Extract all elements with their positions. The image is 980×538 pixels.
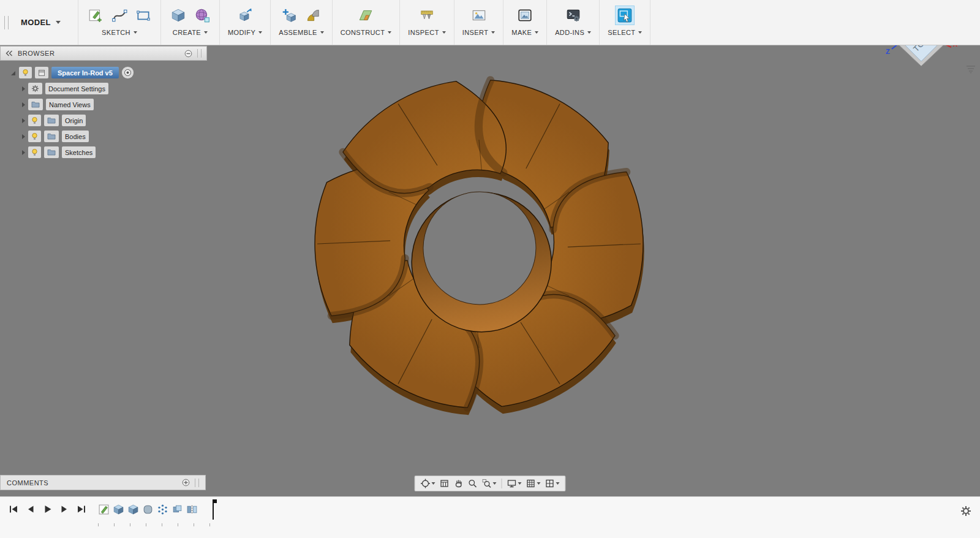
- chevron-down-icon: [493, 482, 497, 485]
- toolbar-group-label[interactable]: CREATE: [173, 29, 208, 36]
- joint-icon[interactable]: [304, 6, 322, 25]
- new-component-icon[interactable]: [280, 6, 298, 25]
- insert-image-icon[interactable]: [470, 6, 488, 25]
- folder-icon: [47, 149, 56, 156]
- measure-icon[interactable]: [418, 6, 436, 25]
- tree-row-root[interactable]: Spacer In-Rod v5: [0, 66, 207, 80]
- select-icon[interactable]: [616, 6, 634, 25]
- toolbar-group-label[interactable]: SKETCH: [102, 29, 137, 36]
- tree-item-label[interactable]: Origin: [62, 115, 86, 126]
- expand-closed-icon[interactable]: [22, 86, 25, 91]
- visibility-chip[interactable]: [28, 115, 41, 126]
- tree-row-document-settings[interactable]: Document Settings: [0, 81, 207, 96]
- model-body-spacer[interactable]: [243, 45, 716, 482]
- workspace-switcher[interactable]: MODEL: [9, 0, 78, 45]
- expand-closed-icon[interactable]: [22, 102, 25, 107]
- grid-icon: [526, 479, 536, 488]
- construction-plane-icon[interactable]: [356, 6, 375, 25]
- chevron-down-icon: [556, 482, 560, 485]
- go-to-end-button[interactable]: [77, 505, 86, 513]
- toolbar-group-label[interactable]: MAKE: [511, 29, 538, 36]
- visibility-chip[interactable]: [28, 131, 41, 142]
- visibility-chip[interactable]: [19, 67, 32, 78]
- zoom-button[interactable]: [467, 478, 479, 489]
- viewports-icon: [545, 479, 555, 488]
- navbar-flyout-button[interactable]: [965, 65, 976, 76]
- minimize-panel-icon[interactable]: [184, 50, 192, 58]
- expand-closed-icon[interactable]: [22, 134, 25, 139]
- toolbar-group-label[interactable]: MODIFY: [228, 29, 262, 36]
- chevron-down-icon: [518, 482, 522, 485]
- chevron-down-icon: [320, 31, 324, 34]
- tree-item-label[interactable]: Bodies: [62, 131, 89, 142]
- chevron-down-icon: [204, 31, 208, 34]
- chevron-down-icon: [587, 31, 591, 34]
- step-forward-button[interactable]: [60, 505, 69, 513]
- timeline-position-marker[interactable]: [213, 499, 214, 520]
- form-icon[interactable]: [193, 6, 211, 25]
- toolbar-group-addins: ADD-INS: [546, 0, 599, 45]
- grid-and-snaps-button[interactable]: [525, 478, 542, 489]
- orbit-button[interactable]: [420, 478, 437, 489]
- panel-grip[interactable]: [195, 479, 199, 487]
- add-comment-icon[interactable]: [182, 479, 190, 487]
- fusion360-window: MODEL SKETCH: [0, 0, 980, 538]
- panel-grip[interactable]: [197, 49, 202, 58]
- expand-open-icon[interactable]: [10, 70, 16, 76]
- activate-component-radio[interactable]: [122, 67, 134, 78]
- look-at-button[interactable]: [439, 478, 451, 489]
- toolbar-group-label[interactable]: ADD-INS: [555, 29, 591, 36]
- toolbar-group-label[interactable]: INSERT: [462, 29, 496, 36]
- lightbulb-icon[interactable]: [22, 69, 29, 77]
- scripts-addins-icon[interactable]: [564, 6, 582, 25]
- spline-icon[interactable]: [110, 6, 129, 25]
- chevron-down-icon: [432, 482, 435, 485]
- toolbar-group-label[interactable]: ASSEMBLE: [279, 29, 324, 36]
- step-back-button[interactable]: [26, 505, 35, 513]
- browser-header[interactable]: BROWSER: [0, 46, 207, 61]
- create-sketch-icon[interactable]: [86, 6, 105, 25]
- pan-button[interactable]: [453, 478, 465, 489]
- expand-closed-icon[interactable]: [22, 118, 25, 123]
- timeline-feature-circular-pattern-icon[interactable]: [157, 504, 168, 515]
- extrude-icon[interactable]: [169, 6, 187, 25]
- timeline-feature-extrude-icon[interactable]: [127, 504, 139, 515]
- main-toolbar: MODEL SKETCH: [0, 0, 980, 45]
- tree-row-named-views[interactable]: Named Views: [0, 97, 207, 112]
- toolbar-group-label[interactable]: CONSTRUCT: [341, 29, 392, 36]
- collapse-panel-icon[interactable]: [6, 50, 13, 56]
- timeline-feature-mirror-icon[interactable]: [186, 504, 198, 515]
- row-icon-chip: [28, 99, 43, 110]
- timeline-options-button[interactable]: [960, 506, 971, 519]
- timeline-feature-combine-icon[interactable]: [172, 504, 183, 515]
- tree-root-label[interactable]: Spacer In-Rod v5: [51, 67, 119, 78]
- display-settings-button[interactable]: [506, 478, 523, 489]
- expand-closed-icon[interactable]: [22, 150, 25, 155]
- toolbar-group-label[interactable]: INSPECT: [408, 29, 445, 36]
- lightbulb-icon[interactable]: [31, 116, 38, 125]
- two-point-rectangle-icon[interactable]: [134, 6, 153, 25]
- timeline-feature-sketch-icon[interactable]: [98, 504, 110, 515]
- chevron-down-icon: [442, 31, 446, 34]
- tree-row-sketches[interactable]: Sketches: [0, 145, 207, 159]
- tree-item-label[interactable]: Named Views: [46, 99, 94, 110]
- fit-button[interactable]: [481, 478, 498, 489]
- viewports-button[interactable]: [544, 478, 561, 489]
- lightbulb-icon[interactable]: [31, 132, 38, 141]
- tree-row-bodies[interactable]: Bodies: [0, 129, 207, 143]
- visibility-chip[interactable]: [28, 146, 41, 158]
- lightbulb-icon[interactable]: [31, 148, 38, 157]
- tree-row-origin[interactable]: Origin: [0, 113, 207, 127]
- tree-item-label[interactable]: Sketches: [62, 146, 96, 158]
- play-button[interactable]: [43, 505, 52, 513]
- comments-title: COMMENTS: [7, 479, 48, 487]
- tree-item-label[interactable]: Document Settings: [45, 83, 108, 94]
- 3d-print-icon[interactable]: [516, 6, 534, 25]
- timeline-feature-fillet-icon[interactable]: [142, 504, 154, 515]
- go-to-start-button[interactable]: [9, 505, 18, 513]
- timeline-feature-extrude-icon[interactable]: [113, 504, 124, 515]
- press-pull-icon[interactable]: [236, 6, 254, 25]
- toolbar-group-label[interactable]: SELECT: [608, 29, 642, 36]
- toolbar-grip[interactable]: [4, 16, 9, 29]
- comments-bar[interactable]: COMMENTS: [0, 475, 206, 490]
